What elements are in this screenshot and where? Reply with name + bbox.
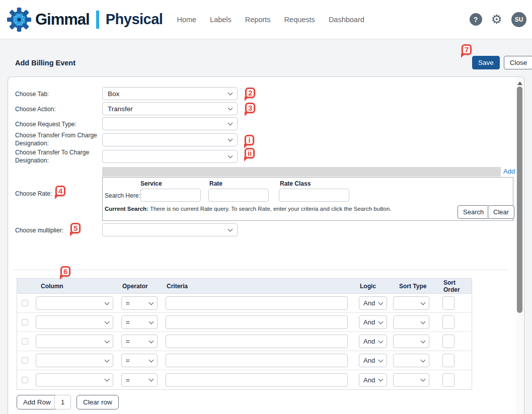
sort-order-input[interactable] bbox=[442, 354, 454, 367]
sort-type-select[interactable] bbox=[393, 296, 429, 310]
annotation-badge-2: 2 bbox=[245, 88, 255, 98]
sort-type-select[interactable] bbox=[393, 335, 429, 348]
nav-item-dashboard[interactable]: Dashboard bbox=[329, 16, 364, 24]
criteria-input[interactable] bbox=[166, 373, 348, 387]
column-select[interactable] bbox=[36, 296, 113, 310]
help-icon[interactable]: ? bbox=[470, 13, 482, 26]
current-search-status: Current Search: There is no current Rate… bbox=[105, 206, 437, 212]
logic-select[interactable]: And bbox=[359, 354, 387, 367]
chevron-down-icon bbox=[378, 377, 384, 382]
criteria-input[interactable] bbox=[166, 315, 348, 329]
chevron-down-icon bbox=[149, 338, 154, 343]
choose-action-value: Transfer bbox=[108, 105, 133, 113]
operator-select[interactable]: = bbox=[121, 335, 158, 348]
save-button[interactable]: Save bbox=[472, 56, 500, 69]
panel-scrollbar[interactable] bbox=[516, 77, 523, 414]
scroll-up-arrow-icon[interactable] bbox=[517, 79, 522, 85]
chevron-down-icon bbox=[149, 377, 154, 382]
operator-select[interactable]: = bbox=[121, 296, 158, 310]
brand-divider bbox=[96, 11, 99, 29]
chevron-down-icon bbox=[378, 357, 384, 362]
sort-type-select[interactable] bbox=[393, 315, 429, 329]
nav-item-requests[interactable]: Requests bbox=[284, 16, 315, 24]
rate-search-input[interactable] bbox=[208, 189, 269, 202]
column-select[interactable] bbox=[36, 335, 113, 348]
sort-order-input[interactable] bbox=[442, 335, 454, 348]
chevron-down-icon bbox=[421, 338, 426, 343]
row-checkbox[interactable] bbox=[22, 377, 28, 383]
logic-select[interactable]: And bbox=[359, 373, 387, 387]
chevron-down-icon bbox=[105, 300, 110, 305]
sort-order-input[interactable] bbox=[442, 373, 454, 387]
user-avatar[interactable]: SU bbox=[511, 12, 526, 27]
criteria-input[interactable] bbox=[166, 296, 348, 310]
criteria-input[interactable] bbox=[166, 354, 348, 367]
app-header: Gimmal Physical Home Labels Reports Requ… bbox=[0, 0, 532, 39]
add-row-button[interactable]: Add Row bbox=[17, 395, 57, 409]
transfer-from-designation-select[interactable] bbox=[102, 133, 238, 146]
column-select[interactable] bbox=[36, 315, 113, 329]
scrollbar-thumb[interactable] bbox=[517, 87, 522, 313]
criteria-row-3: = And bbox=[17, 332, 472, 351]
choose-multiplier-select[interactable] bbox=[102, 223, 238, 236]
brand-product-name: Physical bbox=[106, 11, 163, 28]
nav-item-reports[interactable]: Reports bbox=[245, 16, 271, 24]
rate-class-search-input[interactable] bbox=[279, 189, 349, 202]
choose-tab-select[interactable]: Box bbox=[102, 87, 238, 100]
nav-item-home[interactable]: Home bbox=[177, 16, 196, 24]
chevron-down-icon bbox=[421, 357, 426, 362]
settings-gear-icon[interactable]: ⚙ bbox=[491, 13, 502, 26]
nav-item-labels[interactable]: Labels bbox=[210, 16, 232, 24]
criteria-input[interactable] bbox=[166, 335, 348, 348]
column-select[interactable] bbox=[36, 354, 113, 367]
row-checkbox[interactable] bbox=[22, 319, 28, 325]
section-divider bbox=[13, 270, 509, 270]
transfer-to-designation-select[interactable] bbox=[102, 150, 238, 163]
criteria-table-header: Column Operator Criteria Logic Sort Type… bbox=[17, 279, 472, 294]
criteria-header: Criteria bbox=[163, 283, 357, 290]
row-checkbox[interactable] bbox=[22, 300, 28, 306]
row-checkbox[interactable] bbox=[22, 357, 28, 364]
main-nav: Home Labels Reports Requests Dashboard bbox=[177, 16, 364, 24]
sort-order-input[interactable] bbox=[442, 296, 454, 310]
choose-tab-label: Choose Tab: bbox=[15, 90, 49, 98]
sort-type-select[interactable] bbox=[393, 373, 429, 387]
logic-select[interactable]: And bbox=[359, 296, 387, 310]
transfer-from-designation-label: Choose Transfer From Charge Designation: bbox=[15, 131, 100, 147]
annotation-badge-7: 7 bbox=[462, 44, 472, 55]
sort-order-input[interactable] bbox=[442, 315, 454, 329]
header-actions: ? ⚙ SU bbox=[470, 12, 526, 27]
logic-select[interactable]: And bbox=[359, 335, 387, 348]
current-search-label: Current Search: bbox=[105, 206, 148, 212]
service-search-input[interactable] bbox=[140, 189, 201, 202]
chevron-down-icon bbox=[228, 153, 233, 158]
page-action-buttons: Save Close bbox=[472, 56, 532, 69]
rate-search-box: Service Rate Rate Class Search Here: Cur… bbox=[102, 177, 513, 221]
close-button[interactable]: Close bbox=[504, 56, 532, 69]
brand-name: Gimmal bbox=[35, 11, 90, 29]
clear-row-button[interactable]: Clear row bbox=[77, 395, 119, 409]
criteria-row-5: = And bbox=[17, 370, 472, 389]
choose-request-type-select[interactable] bbox=[102, 117, 238, 130]
criteria-table: Column Operator Criteria Logic Sort Type… bbox=[17, 278, 472, 390]
search-here-label: Search Here: bbox=[105, 192, 140, 199]
logic-select[interactable]: And bbox=[359, 315, 387, 329]
choose-multiplier-label: Choose multiplier: bbox=[15, 226, 63, 234]
rate-search-button[interactable]: Search bbox=[458, 205, 489, 219]
row-checkbox[interactable] bbox=[22, 338, 28, 345]
rate-clear-button[interactable]: Clear bbox=[488, 205, 514, 219]
sort-type-select[interactable] bbox=[393, 354, 429, 367]
page-title: Add Billing Event bbox=[15, 59, 75, 67]
operator-select[interactable]: = bbox=[121, 315, 158, 329]
choose-action-label: Choose Action: bbox=[15, 105, 56, 113]
brand-logo[interactable]: Gimmal Physical bbox=[7, 7, 163, 32]
chevron-down-icon bbox=[378, 319, 384, 324]
operator-select[interactable]: = bbox=[121, 354, 158, 367]
row-count-input[interactable] bbox=[54, 395, 71, 409]
operator-select[interactable]: = bbox=[121, 373, 158, 387]
annotation-badge-i: i bbox=[245, 135, 254, 145]
gimmal-gear-logo-icon bbox=[7, 7, 32, 32]
rate-add-link[interactable]: Add bbox=[503, 168, 515, 175]
choose-action-select[interactable]: Transfer bbox=[102, 102, 238, 115]
column-select[interactable] bbox=[36, 373, 113, 387]
